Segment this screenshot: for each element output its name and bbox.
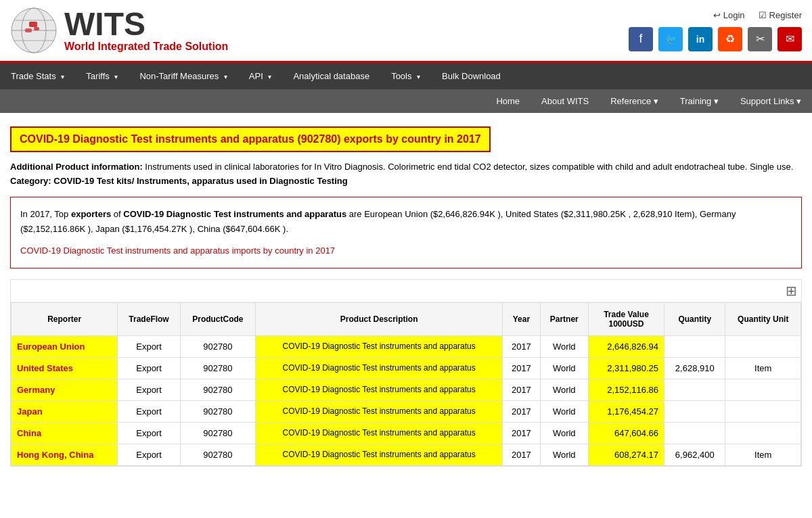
cell-trade-value: 2,646,826.94 [588, 335, 664, 357]
cell-tradeflow: Export [118, 379, 180, 400]
cell-partner: World [540, 379, 588, 400]
cell-product-desc: COVID-19 Diagnostic Test instruments and… [256, 379, 503, 400]
data-table-container: ⊞ Reporter TradeFlow ProductCode Product… [10, 279, 802, 467]
nav-home[interactable]: Home [485, 89, 531, 113]
cell-quantity: 6,962,400 [664, 444, 725, 465]
facebook-icon[interactable]: f [629, 27, 653, 51]
logo-wits-text: WITS [64, 8, 228, 41]
email-icon[interactable]: ✉ [777, 27, 802, 51]
twitter-icon[interactable]: 🐦 [658, 27, 683, 51]
cell-tradeflow: Export [118, 400, 180, 422]
cell-productcode: 902780 [180, 335, 256, 357]
col-trade-value: Trade Value1000USD [588, 302, 664, 335]
cell-quantity: 2,628,910 [664, 357, 725, 379]
table-row: JapanExport902780COVID-19 Diagnostic Tes… [12, 400, 801, 422]
table-row: ChinaExport902780COVID-19 Diagnostic Tes… [12, 422, 801, 444]
nav-api[interactable]: API ▾ [238, 63, 283, 89]
cell-year: 2017 [503, 357, 540, 379]
col-quantity-unit: Quantity Unit [725, 302, 801, 335]
nav-bulk-download[interactable]: Bulk Download [431, 63, 512, 89]
reporter-link[interactable]: Japan [17, 406, 43, 417]
summary-box: In 2017, Top exporters of COVID-19 Diagn… [10, 197, 802, 268]
nav-reference[interactable]: Reference ▾ [600, 89, 669, 113]
cell-product-desc: COVID-19 Diagnostic Test instruments and… [256, 444, 503, 465]
cell-trade-value: 647,604.66 [588, 422, 664, 444]
reporter-link[interactable]: United States [17, 363, 73, 373]
cell-tradeflow: Export [118, 422, 180, 444]
page-title-text: COVID-19 Diagnostic Test instruments and… [20, 133, 481, 145]
product-info-label: Additional Product information: [10, 162, 143, 172]
nav-analytical[interactable]: Analytical database [282, 63, 380, 89]
nav-about-wits[interactable]: About WITS [531, 89, 600, 113]
cell-trade-value: 608,274.17 [588, 444, 664, 465]
cell-productcode: 902780 [180, 400, 256, 422]
cell-tradeflow: Export [118, 444, 180, 465]
nav-tariffs[interactable]: Tariffs ▾ [75, 63, 129, 89]
reporter-link[interactable]: China [17, 428, 41, 438]
social-icons: f 🐦 in ♻ ✂ ✉ [629, 27, 802, 51]
login-icon: ↩ [713, 10, 721, 20]
cell-tradeflow: Export [118, 357, 180, 379]
cell-trade-value: 2,311,980.25 [588, 357, 664, 379]
col-quantity: Quantity [664, 302, 725, 335]
imports-link[interactable]: COVID-19 Diagnostic Test instruments and… [20, 243, 792, 258]
register-link[interactable]: ☑ Register [759, 10, 802, 20]
cell-trade-value: 2,152,116.86 [588, 379, 664, 400]
table-scroll-area[interactable]: Reporter TradeFlow ProductCode Product D… [11, 302, 801, 466]
table-row: European UnionExport902780COVID-19 Diagn… [12, 335, 801, 357]
col-partner: Partner [540, 302, 588, 335]
cell-product-desc: COVID-19 Diagnostic Test instruments and… [256, 400, 503, 422]
main-content: COVID-19 Diagnostic Test instruments and… [0, 113, 812, 480]
cell-productcode: 902780 [180, 379, 256, 400]
category-value: COVID-19 Test kits/ Instruments, apparat… [53, 176, 347, 186]
cell-productcode: 902780 [180, 444, 256, 465]
cell-product-desc: COVID-19 Diagnostic Test instruments and… [256, 335, 503, 357]
nav-non-tariff[interactable]: Non-Tariff Measures ▾ [129, 63, 238, 89]
table-header-row: Reporter TradeFlow ProductCode Product D… [12, 302, 801, 335]
header: WITS World Integrated Trade Solution ↩ L… [0, 0, 812, 63]
linkedin-icon[interactable]: in [688, 27, 713, 51]
export-table-icon[interactable]: ⊞ [786, 283, 797, 298]
cell-partner: World [540, 335, 588, 357]
col-productcode: ProductCode [180, 302, 256, 335]
nav-trade-stats[interactable]: Trade Stats ▾ [0, 63, 75, 89]
register-icon: ☑ [759, 10, 767, 20]
cell-partner: World [540, 357, 588, 379]
nav-training[interactable]: Training ▾ [669, 89, 729, 113]
cell-quantity [664, 422, 725, 444]
cell-year: 2017 [503, 444, 540, 465]
cell-quantity_unit [725, 379, 801, 400]
auth-links: ↩ Login ☑ Register [713, 10, 802, 20]
cell-year: 2017 [503, 335, 540, 357]
header-right: ↩ Login ☑ Register f 🐦 in ♻ ✂ ✉ [629, 10, 802, 51]
cell-quantity_unit [725, 335, 801, 357]
cell-partner: World [540, 400, 588, 422]
col-year: Year [503, 302, 540, 335]
reporter-link[interactable]: European Union [17, 342, 85, 352]
reddit-icon[interactable]: ♻ [718, 27, 742, 51]
nav-tools[interactable]: Tools ▾ [380, 63, 431, 89]
col-product-desc: Product Description [256, 302, 503, 335]
table-row: Hong Kong, ChinaExport902780COVID-19 Dia… [12, 444, 801, 465]
login-link[interactable]: ↩ Login [713, 10, 745, 20]
cell-quantity_unit [725, 422, 801, 444]
cell-partner: World [540, 422, 588, 444]
login-label: Login [723, 10, 745, 20]
table-body: European UnionExport902780COVID-19 Diagn… [12, 335, 801, 465]
delicious-icon[interactable]: ✂ [748, 27, 772, 51]
logo-area: WITS World Integrated Trade Solution [10, 7, 228, 54]
cell-product-desc: COVID-19 Diagnostic Test instruments and… [256, 422, 503, 444]
cell-quantity [664, 335, 725, 357]
logo-subtitle-text: World Integrated Trade Solution [64, 41, 228, 53]
cell-year: 2017 [503, 422, 540, 444]
summary-text: In 2017, Top exporters of COVID-19 Diagn… [20, 207, 792, 237]
product-info-text: Instruments used in clinical laboratorie… [145, 162, 793, 172]
col-reporter: Reporter [12, 302, 118, 335]
svg-rect-5 [29, 22, 37, 27]
product-info: Additional Product information: Instrume… [10, 160, 802, 189]
cell-year: 2017 [503, 379, 540, 400]
reporter-link[interactable]: Hong Kong, China [17, 450, 93, 460]
nav-support-links[interactable]: Support Links ▾ [729, 89, 812, 113]
cell-quantity_unit [725, 400, 801, 422]
reporter-link[interactable]: Germany [17, 385, 55, 395]
